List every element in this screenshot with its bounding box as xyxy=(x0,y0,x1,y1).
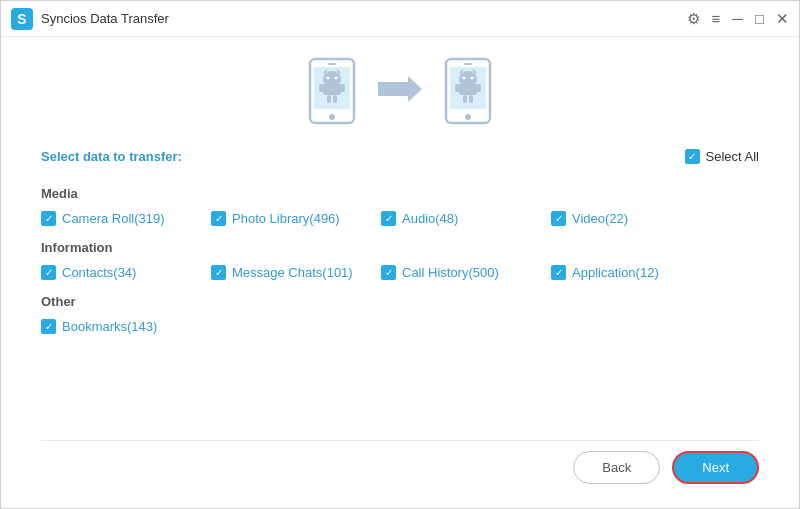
item-label-0-2: Audio(48) xyxy=(402,211,458,226)
item-0-1[interactable]: ✓Photo Library(496) xyxy=(211,211,381,226)
svg-point-14 xyxy=(329,114,335,120)
svg-rect-26 xyxy=(476,84,481,92)
window-controls: ⚙ ≡ ─ □ ✕ xyxy=(687,10,789,28)
section-items-1: ✓Contacts(34)✓Message Chats(101)✓Call Hi… xyxy=(41,265,759,280)
svg-rect-10 xyxy=(319,84,324,92)
dest-phone xyxy=(442,57,494,125)
menu-icon[interactable]: ≡ xyxy=(712,10,721,27)
titlebar: S Syncios Data Transfer ⚙ ≡ ─ □ ✕ xyxy=(1,1,799,37)
svg-text:S: S xyxy=(17,11,26,27)
section-items-2: ✓Bookmarks(143) xyxy=(41,319,759,334)
checkbox-1-3[interactable]: ✓ xyxy=(551,265,566,280)
transfer-header xyxy=(41,57,759,125)
svg-rect-30 xyxy=(464,63,472,65)
svg-marker-16 xyxy=(378,76,422,102)
item-label-0-3: Video(22) xyxy=(572,211,628,226)
checkbox-0-2[interactable]: ✓ xyxy=(381,211,396,226)
svg-rect-13 xyxy=(333,95,337,103)
svg-point-29 xyxy=(465,114,471,120)
item-0-3[interactable]: ✓Video(22) xyxy=(551,211,721,226)
svg-rect-12 xyxy=(327,95,331,103)
section-title-1: Information xyxy=(41,240,759,255)
next-button[interactable]: Next xyxy=(672,451,759,484)
select-all-checkbox[interactable]: ✓ xyxy=(685,149,700,164)
select-all-label: Select All xyxy=(706,149,759,164)
footer: Back Next xyxy=(41,440,759,488)
item-0-0[interactable]: ✓Camera Roll(319) xyxy=(41,211,211,226)
select-row: Select data to transfer: ✓ Select All xyxy=(41,149,759,164)
checkmark: ✓ xyxy=(688,152,696,162)
item-0-2[interactable]: ✓Audio(48) xyxy=(381,211,551,226)
minimize-icon[interactable]: ─ xyxy=(732,10,743,27)
svg-rect-28 xyxy=(469,95,473,103)
svg-point-5 xyxy=(327,77,330,80)
settings-icon[interactable]: ⚙ xyxy=(687,10,700,28)
item-label-0-1: Photo Library(496) xyxy=(232,211,340,226)
checkbox-1-2[interactable]: ✓ xyxy=(381,265,396,280)
item-1-0[interactable]: ✓Contacts(34) xyxy=(41,265,211,280)
source-phone xyxy=(306,57,358,125)
select-data-label: Select data to transfer: xyxy=(41,149,182,164)
maximize-icon[interactable]: □ xyxy=(755,10,764,27)
sections-container: Media✓Camera Roll(319)✓Photo Library(496… xyxy=(41,182,759,348)
checkbox-0-3[interactable]: ✓ xyxy=(551,211,566,226)
svg-rect-27 xyxy=(463,95,467,103)
item-1-3[interactable]: ✓Application(12) xyxy=(551,265,721,280)
section-items-0: ✓Camera Roll(319)✓Photo Library(496)✓Aud… xyxy=(41,211,759,226)
svg-rect-9 xyxy=(323,83,341,95)
section-title-2: Other xyxy=(41,294,759,309)
item-label-2-0: Bookmarks(143) xyxy=(62,319,157,334)
item-label-1-1: Message Chats(101) xyxy=(232,265,353,280)
checkbox-0-0[interactable]: ✓ xyxy=(41,211,56,226)
svg-rect-24 xyxy=(459,83,477,95)
item-label-0-0: Camera Roll(319) xyxy=(62,211,165,226)
item-label-1-2: Call History(500) xyxy=(402,265,499,280)
app-title: Syncios Data Transfer xyxy=(41,11,687,26)
item-label-1-3: Application(12) xyxy=(572,265,659,280)
svg-rect-15 xyxy=(328,63,336,65)
app-logo: S xyxy=(11,8,33,30)
select-all-wrap[interactable]: ✓ Select All xyxy=(685,149,759,164)
section-title-0: Media xyxy=(41,186,759,201)
checkbox-1-0[interactable]: ✓ xyxy=(41,265,56,280)
transfer-arrow xyxy=(378,74,422,108)
svg-point-20 xyxy=(463,77,466,80)
svg-point-21 xyxy=(471,77,474,80)
svg-rect-11 xyxy=(340,84,345,92)
main-content: Select data to transfer: ✓ Select All Me… xyxy=(1,37,799,508)
checkbox-0-1[interactable]: ✓ xyxy=(211,211,226,226)
item-label-1-0: Contacts(34) xyxy=(62,265,136,280)
item-2-0[interactable]: ✓Bookmarks(143) xyxy=(41,319,211,334)
item-1-1[interactable]: ✓Message Chats(101) xyxy=(211,265,381,280)
svg-point-6 xyxy=(335,77,338,80)
close-icon[interactable]: ✕ xyxy=(776,10,789,28)
back-button[interactable]: Back xyxy=(573,451,660,484)
item-1-2[interactable]: ✓Call History(500) xyxy=(381,265,551,280)
checkbox-1-1[interactable]: ✓ xyxy=(211,265,226,280)
checkbox-2-0[interactable]: ✓ xyxy=(41,319,56,334)
svg-rect-25 xyxy=(455,84,460,92)
